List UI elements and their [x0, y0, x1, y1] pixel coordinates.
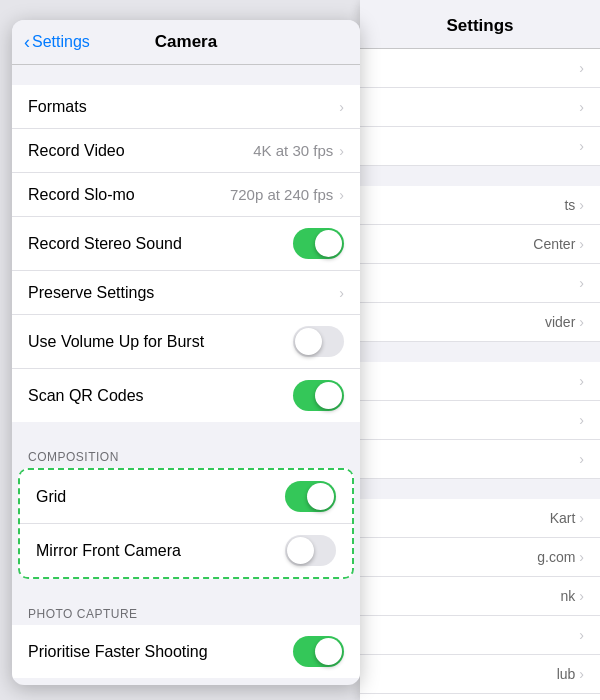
bg-list-item[interactable]: › [360, 264, 600, 303]
composition-section-label: COMPOSITION [12, 442, 360, 468]
chevron-icon: › [579, 627, 584, 643]
bg-item-label: ts [564, 197, 575, 213]
chevron-icon: › [579, 197, 584, 213]
preserve-settings-row[interactable]: Preserve Settings › [12, 271, 360, 315]
mirror-front-camera-toggle[interactable] [285, 535, 336, 566]
back-label: Settings [32, 33, 90, 51]
chevron-icon: › [579, 412, 584, 428]
bg-list-item[interactable]: › [360, 88, 600, 127]
prioritise-faster-shooting-label: Prioritise Faster Shooting [28, 643, 293, 661]
chevron-icon: › [579, 588, 584, 604]
chevron-icon: › [339, 187, 344, 203]
bg-list-item[interactable]: › [360, 362, 600, 401]
bg-item-label: lub [557, 666, 576, 682]
spacer [12, 579, 360, 599]
grid-row[interactable]: Grid [20, 470, 352, 524]
bg-item-label: Center [533, 236, 575, 252]
bg-list-item[interactable]: › [360, 401, 600, 440]
record-slo-mo-label: Record Slo-mo [28, 186, 230, 204]
bg-list-item[interactable]: › [360, 440, 600, 479]
back-chevron-icon: ‹ [24, 32, 30, 53]
record-video-value: 4K at 30 fps [253, 142, 333, 159]
chevron-icon: › [339, 285, 344, 301]
scan-qr-codes-row[interactable]: Scan QR Codes [12, 369, 360, 422]
composition-group: Grid Mirror Front Camera [18, 468, 354, 579]
toggle-knob [315, 638, 342, 665]
settings-bg-title: Settings [360, 0, 600, 49]
main-settings-group: Formats › Record Video 4K at 30 fps › Re… [12, 85, 360, 422]
photo-capture-section-label: PHOTO CAPTURE [12, 599, 360, 625]
prioritise-faster-shooting-description: Intelligently adapt image quality when r… [12, 678, 360, 680]
chevron-icon: › [579, 60, 584, 76]
bg-list-item[interactable]: › [360, 127, 600, 166]
bg-list-item[interactable]: Center › [360, 225, 600, 264]
chevron-icon: › [579, 99, 584, 115]
record-video-label: Record Video [28, 142, 253, 160]
chevron-icon: › [339, 143, 344, 159]
chevron-icon: › [579, 451, 584, 467]
scan-qr-codes-toggle[interactable] [293, 380, 344, 411]
bg-list-item[interactable]: Kart › [360, 499, 600, 538]
back-button[interactable]: ‹ Settings [24, 32, 90, 53]
bg-item-label: vider [545, 314, 575, 330]
toggle-knob [287, 537, 314, 564]
chevron-icon: › [579, 373, 584, 389]
bg-list-item[interactable]: g.com › [360, 538, 600, 577]
toggle-knob [315, 230, 342, 257]
grid-label: Grid [36, 488, 285, 506]
grid-toggle[interactable] [285, 481, 336, 512]
formats-label: Formats [28, 98, 339, 116]
chevron-icon: › [579, 275, 584, 291]
record-stereo-sound-toggle[interactable] [293, 228, 344, 259]
toggle-knob [315, 382, 342, 409]
bg-list-item[interactable]: lub › [360, 655, 600, 694]
bg-list-item[interactable]: › [360, 694, 600, 700]
record-stereo-sound-label: Record Stereo Sound [28, 235, 293, 253]
bg-list-item[interactable]: › [360, 616, 600, 655]
mirror-front-camera-label: Mirror Front Camera [36, 542, 285, 560]
chevron-icon: › [579, 236, 584, 252]
chevron-icon: › [579, 314, 584, 330]
bg-item-label: nk [561, 588, 576, 604]
page-title: Camera [155, 32, 217, 52]
record-slo-mo-row[interactable]: Record Slo-mo 720p at 240 fps › [12, 173, 360, 217]
chevron-icon: › [339, 99, 344, 115]
bg-list-item[interactable]: ts › [360, 186, 600, 225]
volume-up-burst-row[interactable]: Use Volume Up for Burst [12, 315, 360, 369]
chevron-icon: › [579, 510, 584, 526]
spacer [12, 422, 360, 442]
chevron-icon: › [579, 549, 584, 565]
bg-item-label: Kart [550, 510, 576, 526]
formats-row[interactable]: Formats › [12, 85, 360, 129]
bg-list-item[interactable]: nk › [360, 577, 600, 616]
scan-qr-codes-label: Scan QR Codes [28, 387, 293, 405]
navigation-bar: ‹ Settings Camera [12, 20, 360, 65]
preserve-settings-label: Preserve Settings [28, 284, 339, 302]
record-slo-mo-value: 720p at 240 fps [230, 186, 333, 203]
bg-list-item[interactable]: › [360, 49, 600, 88]
prioritise-faster-shooting-toggle[interactable] [293, 636, 344, 667]
chevron-icon: › [579, 138, 584, 154]
settings-bg-list: › › › ts › Center › › vider › › › › [360, 49, 600, 700]
toggle-knob [307, 483, 334, 510]
toggle-knob [295, 328, 322, 355]
bg-list-item[interactable]: vider › [360, 303, 600, 342]
bg-item-label: g.com [537, 549, 575, 565]
spacer [12, 65, 360, 85]
record-video-row[interactable]: Record Video 4K at 30 fps › [12, 129, 360, 173]
prioritise-faster-shooting-row[interactable]: Prioritise Faster Shooting [12, 625, 360, 678]
settings-background-panel: Settings › › › ts › Center › › vider › › [360, 0, 600, 700]
volume-up-burst-toggle[interactable] [293, 326, 344, 357]
chevron-icon: › [579, 666, 584, 682]
record-stereo-sound-row[interactable]: Record Stereo Sound [12, 217, 360, 271]
camera-settings-list: Formats › Record Video 4K at 30 fps › Re… [12, 65, 360, 680]
photo-capture-group: Prioritise Faster Shooting [12, 625, 360, 678]
volume-up-burst-label: Use Volume Up for Burst [28, 333, 293, 351]
camera-settings-panel: ‹ Settings Camera Formats › Record Video… [12, 20, 360, 685]
mirror-front-camera-row[interactable]: Mirror Front Camera [20, 524, 352, 577]
